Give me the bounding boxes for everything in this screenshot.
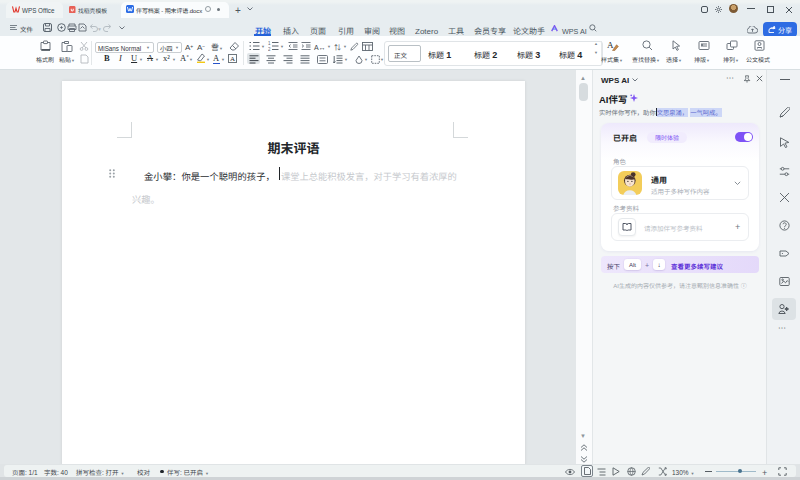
svg-text:2: 2 bbox=[268, 46, 271, 51]
svg-text:1: 1 bbox=[268, 41, 271, 46]
